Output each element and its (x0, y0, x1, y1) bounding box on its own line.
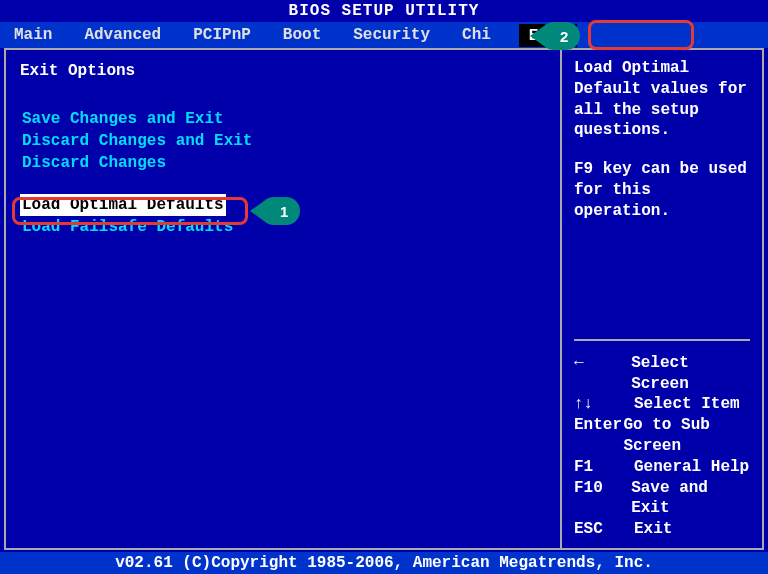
navigation-help: ←Select Screen ↑↓Select Item EnterGo to … (574, 339, 750, 540)
context-help-2: F9 key can be used for this operation. (574, 159, 750, 221)
option-load-failsafe-defaults[interactable]: Load Failsafe Defaults (20, 216, 546, 238)
nav-key-f1: F1 (574, 457, 634, 478)
body-area: Exit Options Save Changes and Exit Disca… (4, 48, 764, 550)
context-help-1: Load Optimal Default values for all the … (574, 58, 750, 141)
tab-chipset[interactable]: Chi (458, 24, 495, 46)
tab-exit[interactable]: Exit (519, 24, 577, 47)
nav-desc-select-screen: Select Screen (631, 353, 750, 395)
left-panel: Exit Options Save Changes and Exit Disca… (6, 50, 562, 548)
option-load-optimal-defaults[interactable]: Load Optimal Defaults (20, 194, 226, 216)
tab-pcipnp[interactable]: PCIPnP (189, 24, 255, 46)
nav-desc-general-help: General Help (634, 457, 749, 478)
nav-key-f10: F10 (574, 478, 631, 520)
tab-security[interactable]: Security (349, 24, 434, 46)
nav-key-enter: Enter (574, 415, 623, 457)
menu-bar: Main Advanced PCIPnP Boot Security Chi E… (0, 22, 768, 48)
footer-bar: v02.61 (C)Copyright 1985-2006, American … (0, 552, 768, 574)
tab-boot[interactable]: Boot (279, 24, 325, 46)
nav-key-esc: ESC (574, 519, 634, 540)
nav-desc-sub-screen: Go to Sub Screen (623, 415, 750, 457)
bios-screen: BIOS SETUP UTILITY Main Advanced PCIPnP … (0, 0, 768, 574)
tab-main[interactable]: Main (10, 24, 56, 46)
exit-options-group-2: Load Optimal Defaults Load Failsafe Defa… (20, 194, 546, 238)
nav-desc-save-exit: Save and Exit (631, 478, 750, 520)
exit-options-group-1: Save Changes and Exit Discard Changes an… (20, 108, 546, 174)
right-panel: Load Optimal Default values for all the … (562, 50, 762, 548)
exit-options-heading: Exit Options (20, 62, 546, 80)
nav-key-ud: ↑↓ (574, 394, 634, 415)
option-discard-changes[interactable]: Discard Changes (20, 152, 546, 174)
tab-advanced[interactable]: Advanced (80, 24, 165, 46)
option-save-changes-exit[interactable]: Save Changes and Exit (20, 108, 546, 130)
option-discard-changes-exit[interactable]: Discard Changes and Exit (20, 130, 546, 152)
nav-desc-select-item: Select Item (634, 394, 740, 415)
nav-desc-exit: Exit (634, 519, 672, 540)
title-bar: BIOS SETUP UTILITY (0, 0, 768, 22)
nav-key-lr: ← (574, 353, 631, 395)
